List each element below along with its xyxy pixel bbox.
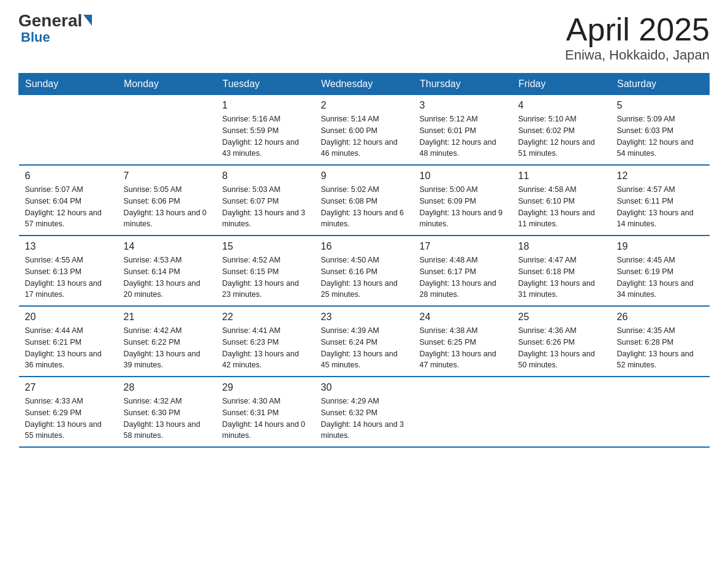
- day-info: Sunrise: 5:03 AM Sunset: 6:07 PM Dayligh…: [222, 184, 309, 230]
- day-number: 7: [124, 170, 210, 182]
- day-info: Sunrise: 5:12 AM Sunset: 6:01 PM Dayligh…: [420, 113, 506, 159]
- table-row: 25Sunrise: 4:36 AM Sunset: 6:26 PM Dayli…: [512, 306, 611, 377]
- table-row: 30Sunrise: 4:29 AM Sunset: 6:32 PM Dayli…: [315, 377, 414, 447]
- table-row: [512, 377, 611, 447]
- day-number: 3: [420, 100, 506, 111]
- day-info: Sunrise: 4:33 AM Sunset: 6:29 PM Dayligh…: [25, 396, 112, 442]
- header-sunday: Sunday: [19, 74, 118, 95]
- day-info: Sunrise: 5:14 AM Sunset: 6:00 PM Dayligh…: [321, 113, 408, 159]
- calendar-week-row: 20Sunrise: 4:44 AM Sunset: 6:21 PM Dayli…: [19, 306, 710, 377]
- header-friday: Friday: [512, 74, 611, 95]
- table-row: 29Sunrise: 4:30 AM Sunset: 6:31 PM Dayli…: [216, 377, 315, 447]
- table-row: 12Sunrise: 4:57 AM Sunset: 6:11 PM Dayli…: [611, 165, 710, 236]
- day-info: Sunrise: 4:52 AM Sunset: 6:15 PM Dayligh…: [222, 255, 309, 301]
- table-row: 17Sunrise: 4:48 AM Sunset: 6:17 PM Dayli…: [414, 236, 512, 306]
- table-row: 1Sunrise: 5:16 AM Sunset: 5:59 PM Daylig…: [216, 95, 315, 166]
- day-number: 13: [25, 241, 112, 252]
- day-info: Sunrise: 4:30 AM Sunset: 6:31 PM Dayligh…: [222, 396, 309, 442]
- table-row: [611, 377, 710, 447]
- header-monday: Monday: [118, 74, 216, 95]
- day-info: Sunrise: 4:50 AM Sunset: 6:16 PM Dayligh…: [321, 255, 408, 301]
- day-number: 18: [518, 241, 605, 252]
- day-number: 2: [321, 100, 408, 111]
- day-number: 12: [617, 170, 703, 182]
- day-info: Sunrise: 5:05 AM Sunset: 6:06 PM Dayligh…: [124, 184, 210, 230]
- day-number: 9: [321, 170, 408, 182]
- table-row: 13Sunrise: 4:55 AM Sunset: 6:13 PM Dayli…: [19, 236, 118, 306]
- table-row: 10Sunrise: 5:00 AM Sunset: 6:09 PM Dayli…: [414, 165, 512, 236]
- day-number: 23: [321, 312, 408, 323]
- header-thursday: Thursday: [414, 74, 512, 95]
- day-number: 28: [124, 382, 210, 393]
- day-info: Sunrise: 5:16 AM Sunset: 5:59 PM Dayligh…: [222, 113, 309, 159]
- logo-triangle-icon: [83, 15, 92, 26]
- day-info: Sunrise: 4:44 AM Sunset: 6:21 PM Dayligh…: [25, 325, 112, 371]
- day-info: Sunrise: 4:41 AM Sunset: 6:23 PM Dayligh…: [222, 325, 309, 371]
- day-info: Sunrise: 4:38 AM Sunset: 6:25 PM Dayligh…: [420, 325, 506, 371]
- day-info: Sunrise: 4:35 AM Sunset: 6:28 PM Dayligh…: [617, 325, 703, 371]
- header-tuesday: Tuesday: [216, 74, 315, 95]
- table-row: 5Sunrise: 5:09 AM Sunset: 6:03 PM Daylig…: [611, 95, 710, 166]
- day-info: Sunrise: 5:02 AM Sunset: 6:08 PM Dayligh…: [321, 184, 408, 230]
- table-row: 16Sunrise: 4:50 AM Sunset: 6:16 PM Dayli…: [315, 236, 414, 306]
- day-info: Sunrise: 4:58 AM Sunset: 6:10 PM Dayligh…: [518, 184, 605, 230]
- day-number: 11: [518, 170, 605, 182]
- logo-general-text: General: [18, 12, 82, 29]
- day-number: 5: [617, 100, 703, 111]
- day-info: Sunrise: 4:53 AM Sunset: 6:14 PM Dayligh…: [124, 255, 210, 301]
- table-row: [414, 377, 512, 447]
- day-number: 19: [617, 241, 703, 252]
- day-info: Sunrise: 4:47 AM Sunset: 6:18 PM Dayligh…: [518, 255, 605, 301]
- day-info: Sunrise: 5:10 AM Sunset: 6:02 PM Dayligh…: [518, 113, 605, 159]
- table-row: 19Sunrise: 4:45 AM Sunset: 6:19 PM Dayli…: [611, 236, 710, 306]
- table-row: 15Sunrise: 4:52 AM Sunset: 6:15 PM Dayli…: [216, 236, 315, 306]
- table-row: [19, 95, 118, 166]
- day-info: Sunrise: 5:07 AM Sunset: 6:04 PM Dayligh…: [25, 184, 112, 230]
- day-number: 15: [222, 241, 309, 252]
- calendar-table: Sunday Monday Tuesday Wednesday Thursday…: [18, 73, 710, 448]
- day-number: 26: [617, 312, 703, 323]
- table-row: 20Sunrise: 4:44 AM Sunset: 6:21 PM Dayli…: [19, 306, 118, 377]
- day-info: Sunrise: 4:36 AM Sunset: 6:26 PM Dayligh…: [518, 325, 605, 371]
- table-row: 22Sunrise: 4:41 AM Sunset: 6:23 PM Dayli…: [216, 306, 315, 377]
- day-number: 25: [518, 312, 605, 323]
- table-row: 3Sunrise: 5:12 AM Sunset: 6:01 PM Daylig…: [414, 95, 512, 166]
- calendar-week-row: 6Sunrise: 5:07 AM Sunset: 6:04 PM Daylig…: [19, 165, 710, 236]
- header-wednesday: Wednesday: [315, 74, 414, 95]
- day-number: 30: [321, 382, 408, 393]
- logo: General Blue: [18, 12, 92, 45]
- day-number: 22: [222, 312, 309, 323]
- day-number: 21: [124, 312, 210, 323]
- day-info: Sunrise: 4:45 AM Sunset: 6:19 PM Dayligh…: [617, 255, 703, 301]
- day-number: 10: [420, 170, 506, 182]
- table-row: 8Sunrise: 5:03 AM Sunset: 6:07 PM Daylig…: [216, 165, 315, 236]
- day-info: Sunrise: 4:29 AM Sunset: 6:32 PM Dayligh…: [321, 396, 408, 442]
- day-number: 27: [25, 382, 112, 393]
- title-block: April 2025 Eniwa, Hokkaido, Japan: [565, 12, 710, 63]
- day-number: 29: [222, 382, 309, 393]
- day-info: Sunrise: 5:09 AM Sunset: 6:03 PM Dayligh…: [617, 113, 703, 159]
- day-number: 4: [518, 100, 605, 111]
- day-info: Sunrise: 4:55 AM Sunset: 6:13 PM Dayligh…: [25, 255, 112, 301]
- calendar-week-row: 27Sunrise: 4:33 AM Sunset: 6:29 PM Dayli…: [19, 377, 710, 447]
- header-saturday: Saturday: [611, 74, 710, 95]
- page-header: General Blue April 2025 Eniwa, Hokkaido,…: [18, 12, 710, 63]
- calendar-week-row: 13Sunrise: 4:55 AM Sunset: 6:13 PM Dayli…: [19, 236, 710, 306]
- day-number: 8: [222, 170, 309, 182]
- table-row: 18Sunrise: 4:47 AM Sunset: 6:18 PM Dayli…: [512, 236, 611, 306]
- table-row: 24Sunrise: 4:38 AM Sunset: 6:25 PM Dayli…: [414, 306, 512, 377]
- table-row: 2Sunrise: 5:14 AM Sunset: 6:00 PM Daylig…: [315, 95, 414, 166]
- day-info: Sunrise: 4:42 AM Sunset: 6:22 PM Dayligh…: [124, 325, 210, 371]
- table-row: 14Sunrise: 4:53 AM Sunset: 6:14 PM Dayli…: [118, 236, 216, 306]
- page-subtitle: Eniwa, Hokkaido, Japan: [565, 47, 710, 63]
- page-title: April 2025: [565, 12, 710, 47]
- table-row: 11Sunrise: 4:58 AM Sunset: 6:10 PM Dayli…: [512, 165, 611, 236]
- day-number: 1: [222, 100, 309, 111]
- calendar-header-row: Sunday Monday Tuesday Wednesday Thursday…: [19, 74, 710, 95]
- logo-blue-text: Blue: [21, 29, 50, 45]
- table-row: 7Sunrise: 5:05 AM Sunset: 6:06 PM Daylig…: [118, 165, 216, 236]
- day-number: 17: [420, 241, 506, 252]
- day-info: Sunrise: 4:48 AM Sunset: 6:17 PM Dayligh…: [420, 255, 506, 301]
- day-number: 6: [25, 170, 112, 182]
- table-row: 4Sunrise: 5:10 AM Sunset: 6:02 PM Daylig…: [512, 95, 611, 166]
